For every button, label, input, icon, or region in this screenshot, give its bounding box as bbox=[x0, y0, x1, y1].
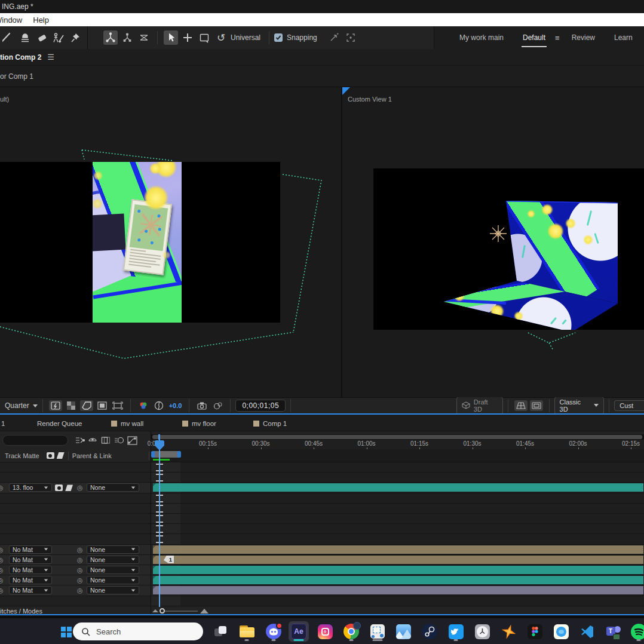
frame-blending-icon[interactable] bbox=[100, 434, 112, 446]
viewer-split-divider[interactable] bbox=[341, 87, 342, 397]
layer-track[interactable] bbox=[151, 462, 644, 473]
zoom-slider[interactable] bbox=[161, 611, 198, 612]
timeline-tab-1[interactable]: 1 bbox=[1, 415, 5, 431]
layer-duration-bar[interactable] bbox=[153, 483, 643, 492]
view-layout-dropdown[interactable]: Cust bbox=[614, 400, 644, 411]
left-view-label[interactable]: ult) bbox=[0, 96, 9, 103]
menu-window[interactable]: Window bbox=[0, 16, 22, 24]
taskbar-app-teams-icon[interactable]: T bbox=[602, 621, 622, 642]
taskbar-app-after-effects-icon[interactable]: Ae bbox=[289, 621, 309, 642]
layer-track[interactable] bbox=[151, 596, 644, 606]
timeline-tab-render-queue[interactable]: Render Queue bbox=[37, 415, 82, 431]
parent-link-dropdown[interactable]: None bbox=[87, 586, 139, 594]
luma-matte-icon[interactable] bbox=[65, 484, 73, 491]
layer-track[interactable] bbox=[151, 493, 644, 504]
snapping-label[interactable]: Snapping bbox=[287, 33, 317, 42]
taskbar-app-photos-icon[interactable] bbox=[393, 621, 413, 642]
layer-duration-bar[interactable] bbox=[153, 576, 643, 584]
parent-link-dropdown[interactable]: None bbox=[87, 556, 139, 564]
layer-track[interactable] bbox=[151, 483, 644, 493]
renderer-dropdown[interactable]: Classic 3D bbox=[554, 397, 605, 413]
point-of-interest-gizmo-icon[interactable] bbox=[488, 223, 508, 244]
parent-pickwhip-icon[interactable]: ◎ bbox=[77, 576, 83, 584]
matte-pickwhip-icon[interactable]: ◎ bbox=[0, 566, 4, 574]
taskbar-app-screen-capture-icon[interactable] bbox=[367, 621, 388, 642]
fast-preview-icon[interactable] bbox=[49, 400, 62, 411]
region-of-interest-icon[interactable] bbox=[80, 400, 93, 411]
layer-track[interactable] bbox=[151, 545, 644, 555]
parent-link-column-header[interactable]: Parent & Link bbox=[72, 452, 112, 459]
3d-view-gizmo-icon[interactable] bbox=[530, 400, 543, 411]
parent-pickwhip-icon[interactable]: ◎ bbox=[77, 484, 83, 492]
panel-menu-icon[interactable]: ☰ bbox=[47, 53, 54, 62]
taskbar-app-vscode-icon[interactable] bbox=[577, 621, 597, 642]
zoom-region-tool-icon[interactable] bbox=[197, 30, 211, 45]
draft-3d-button[interactable]: Draft 3D bbox=[456, 397, 503, 413]
eraser-tool-icon[interactable] bbox=[35, 30, 49, 45]
layer-track[interactable] bbox=[151, 504, 644, 514]
layer-track[interactable] bbox=[151, 524, 644, 534]
magnification-dropdown[interactable]: Quarter bbox=[5, 401, 38, 410]
snapping-checkbox[interactable] bbox=[274, 33, 283, 42]
taskbar-app-file-explorer-icon[interactable] bbox=[237, 621, 257, 642]
clone-stamp-tool-icon[interactable] bbox=[18, 30, 32, 45]
layer-track[interactable]: 1 bbox=[151, 555, 644, 565]
puppet-pin-tool-icon[interactable] bbox=[68, 30, 82, 45]
timeline-tab-comp-1[interactable]: Comp 1 bbox=[253, 415, 287, 431]
playhead-line[interactable] bbox=[159, 440, 160, 607]
matte-pickwhip-icon[interactable]: ◎ bbox=[0, 546, 4, 554]
track-matte-dropdown[interactable]: No Mat bbox=[9, 556, 52, 564]
taskbar-app-orange-star-app-icon[interactable] bbox=[498, 621, 519, 642]
track-matte-dropdown[interactable]: 13. floo bbox=[9, 483, 52, 492]
comp-video-layer[interactable] bbox=[93, 162, 182, 323]
matte-pickwhip-icon[interactable]: ◎ bbox=[0, 484, 4, 492]
motion-blur-icon[interactable] bbox=[113, 434, 125, 446]
3d-ground-plane-icon[interactable] bbox=[514, 400, 528, 411]
taskbar-app-instagram-icon[interactable] bbox=[315, 621, 335, 642]
timeline-search-input[interactable] bbox=[2, 435, 68, 446]
zoom-slider-knob[interactable] bbox=[160, 608, 165, 614]
taskbar-app-figma-icon[interactable] bbox=[525, 621, 545, 642]
taskbar-app-twitter-icon[interactable] bbox=[446, 621, 466, 642]
parent-link-dropdown[interactable]: None bbox=[87, 566, 139, 574]
parent-pickwhip-icon[interactable]: ◎ bbox=[77, 587, 83, 594]
layer-duration-bar[interactable] bbox=[153, 586, 643, 594]
per-character-3d-icon[interactable] bbox=[327, 30, 341, 45]
taskbar-app-chrome-icon[interactable] bbox=[341, 621, 361, 642]
shy-layers-icon[interactable] bbox=[87, 434, 99, 446]
work-area-bar[interactable] bbox=[151, 451, 181, 458]
track-matte-dropdown[interactable]: No Mat bbox=[9, 545, 52, 554]
timeline-tab-mv-floor[interactable]: mv floor bbox=[182, 415, 216, 431]
taskbar-app-spotify-icon[interactable] bbox=[628, 621, 644, 642]
timeline-column-divider[interactable] bbox=[151, 431, 151, 615]
show-snapshot-icon[interactable] bbox=[211, 400, 224, 411]
timecode-display[interactable]: 0;00;01;05 bbox=[235, 400, 286, 412]
parent-pickwhip-icon[interactable]: ◎ bbox=[77, 556, 83, 564]
layer-track[interactable] bbox=[151, 565, 644, 575]
taskbar-app-steam-icon[interactable] bbox=[419, 621, 440, 642]
layer-track[interactable] bbox=[151, 473, 644, 483]
rotation-tool-icon[interactable]: ↺ bbox=[214, 30, 228, 45]
zoom-in-icon[interactable] bbox=[200, 609, 208, 614]
workspace-review[interactable]: Review bbox=[572, 33, 595, 42]
exposure-region-icon[interactable] bbox=[111, 400, 124, 411]
matte-pickwhip-icon[interactable]: ◎ bbox=[0, 576, 4, 584]
brush-tool-icon[interactable] bbox=[1, 30, 16, 45]
dolly-camera-tool-icon[interactable] bbox=[137, 30, 151, 45]
graph-editor-icon[interactable] bbox=[126, 434, 138, 446]
left-comp-frame[interactable] bbox=[0, 162, 280, 323]
taskbar-app-blue-circle-app-icon[interactable] bbox=[551, 621, 571, 642]
layer-track[interactable] bbox=[151, 585, 644, 596]
snapshot-camera-icon[interactable] bbox=[195, 400, 208, 411]
exposure-value[interactable]: +0.0 bbox=[169, 402, 182, 409]
right-view-label[interactable]: Custom View 1 bbox=[348, 96, 392, 103]
layer-duration-bar[interactable] bbox=[153, 545, 643, 554]
workspace-menu-icon[interactable]: ≡ bbox=[555, 33, 560, 42]
workspace-default[interactable]: Default bbox=[523, 33, 545, 42]
layer-track[interactable] bbox=[151, 575, 644, 585]
matte-pickwhip-icon[interactable]: ◎ bbox=[0, 587, 4, 594]
track-matte-dropdown[interactable]: No Mat bbox=[9, 576, 52, 584]
parent-pickwhip-icon[interactable]: ◎ bbox=[77, 546, 83, 554]
start-button[interactable] bbox=[50, 621, 70, 642]
roto-brush-tool-icon[interactable] bbox=[51, 30, 66, 45]
